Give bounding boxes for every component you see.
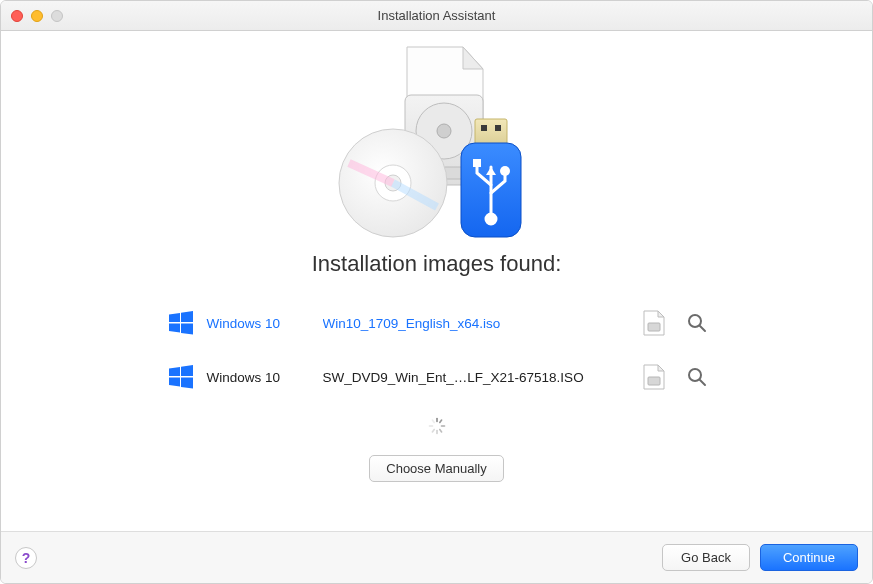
loading-spinner <box>428 417 446 435</box>
close-window-button[interactable] <box>11 10 23 22</box>
svg-line-20 <box>700 380 705 385</box>
svg-line-17 <box>700 326 705 331</box>
reveal-in-finder-icon[interactable] <box>687 313 707 333</box>
window-controls <box>11 10 63 22</box>
windows-icon <box>167 363 195 391</box>
continue-button[interactable]: Continue <box>760 544 858 571</box>
svg-point-19 <box>689 369 701 381</box>
minimize-window-button[interactable] <box>31 10 43 22</box>
windows-icon <box>167 309 195 337</box>
svg-rect-9 <box>495 125 501 131</box>
window-title: Installation Assistant <box>1 8 872 23</box>
window-titlebar: Installation Assistant <box>1 1 872 31</box>
svg-rect-7 <box>475 119 507 145</box>
main-content: Installation images found: Windows 10 Wi… <box>1 31 872 531</box>
svg-rect-15 <box>648 323 660 331</box>
iso-filename: SW_DVD9_Win_Ent_…LF_X21-67518.ISO <box>323 370 631 385</box>
installation-image-row[interactable]: Windows 10 Win10_1709_English_x64.iso <box>167 301 707 345</box>
svg-rect-8 <box>481 125 487 131</box>
installation-image-row[interactable]: Windows 10 SW_DVD9_Win_Ent_…LF_X21-67518… <box>167 355 707 399</box>
choose-manually-button[interactable]: Choose Manually <box>369 455 503 482</box>
svg-rect-13 <box>473 159 481 167</box>
page-heading: Installation images found: <box>312 251 562 277</box>
svg-line-24 <box>439 430 441 432</box>
zoom-window-button <box>51 10 63 22</box>
svg-point-12 <box>486 214 496 224</box>
svg-line-28 <box>432 420 434 422</box>
iso-filename: Win10_1709_English_x64.iso <box>323 316 631 331</box>
svg-point-14 <box>500 166 510 176</box>
svg-rect-18 <box>648 377 660 385</box>
svg-point-16 <box>689 315 701 327</box>
iso-file-icon <box>643 310 665 336</box>
svg-line-22 <box>439 420 441 422</box>
reveal-in-finder-icon[interactable] <box>687 367 707 387</box>
os-name: Windows 10 <box>207 316 311 331</box>
installation-sources-illustration <box>307 41 567 241</box>
os-name: Windows 10 <box>207 370 311 385</box>
iso-file-icon <box>643 364 665 390</box>
go-back-button[interactable]: Go Back <box>662 544 750 571</box>
svg-line-26 <box>432 430 434 432</box>
installation-images-list: Windows 10 Win10_1709_English_x64.iso Wi… <box>167 301 707 399</box>
help-button[interactable]: ? <box>15 547 37 569</box>
footer-bar: ? Go Back Continue <box>1 531 872 583</box>
svg-point-2 <box>437 124 451 138</box>
